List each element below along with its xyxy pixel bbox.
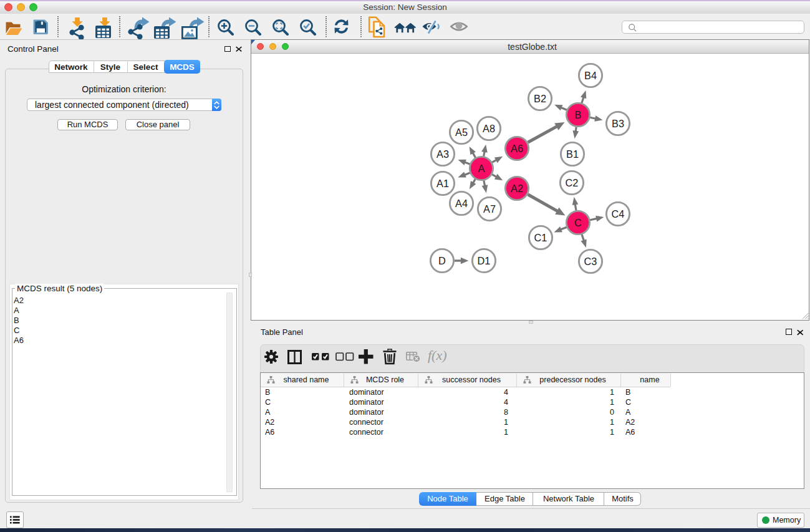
svg-text:A8: A8 (483, 123, 495, 134)
svg-text:A5: A5 (455, 127, 468, 138)
svg-text:C3: C3 (584, 256, 597, 267)
svg-text:C4: C4 (612, 208, 625, 220)
svg-text:A6: A6 (511, 143, 523, 154)
svg-text:B1: B1 (566, 148, 579, 160)
svg-text:C: C (574, 217, 582, 228)
svg-text:B: B (575, 109, 582, 120)
svg-text:B4: B4 (584, 70, 597, 81)
svg-text:A3: A3 (436, 148, 449, 160)
svg-text:A7: A7 (483, 203, 496, 215)
svg-text:C1: C1 (534, 232, 547, 243)
svg-text:D: D (438, 255, 446, 266)
svg-text:B2: B2 (534, 93, 546, 104)
svg-text:B3: B3 (612, 118, 624, 129)
svg-text:A4: A4 (455, 198, 468, 209)
svg-text:C2: C2 (566, 177, 579, 188)
svg-text:A: A (478, 163, 485, 174)
svg-text:A1: A1 (436, 178, 449, 189)
svg-text:D1: D1 (478, 255, 491, 266)
svg-text:A2: A2 (511, 183, 523, 194)
